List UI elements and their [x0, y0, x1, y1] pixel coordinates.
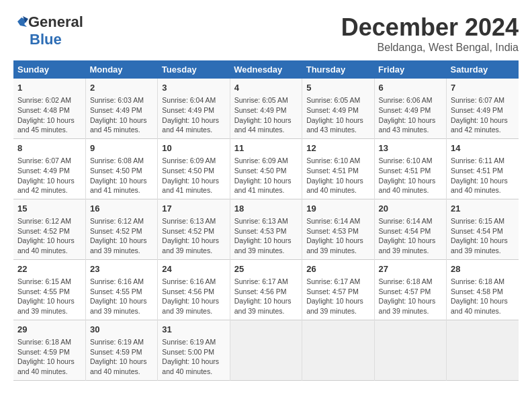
day-info: Sunrise: 6:12 AMSunset: 4:52 PMDaylight:… [17, 216, 81, 256]
day-number: 1 [17, 82, 81, 94]
location-title: Beldanga, West Bengal, India [341, 42, 519, 54]
day-info: Sunrise: 6:19 AMSunset: 5:00 PMDaylight:… [162, 337, 225, 377]
col-thursday: Thursday [302, 60, 374, 79]
calendar-cell: 23Sunrise: 6:16 AMSunset: 4:55 PMDayligh… [85, 259, 157, 320]
calendar-week-3: 15Sunrise: 6:12 AMSunset: 4:52 PMDayligh… [13, 199, 519, 259]
day-number: 3 [162, 82, 225, 94]
day-number: 8 [17, 142, 81, 154]
calendar-cell: 6Sunrise: 6:06 AMSunset: 4:49 PMDaylight… [374, 79, 446, 138]
calendar-cell: 31Sunrise: 6:19 AMSunset: 5:00 PMDayligh… [158, 320, 230, 380]
day-info: Sunrise: 6:14 AMSunset: 4:54 PMDaylight:… [379, 216, 442, 256]
logo: General Blue [13, 13, 83, 48]
calendar-cell: 1Sunrise: 6:02 AMSunset: 4:48 PMDaylight… [13, 79, 85, 138]
calendar-cell: 3Sunrise: 6:04 AMSunset: 4:49 PMDaylight… [158, 79, 230, 138]
logo-general: General [28, 13, 83, 31]
day-number: 22 [17, 263, 81, 275]
day-number: 12 [306, 142, 369, 154]
calendar-cell: 24Sunrise: 6:16 AMSunset: 4:56 PMDayligh… [158, 259, 230, 320]
day-info: Sunrise: 6:18 AMSunset: 4:58 PMDaylight:… [451, 277, 515, 316]
calendar-cell [374, 320, 446, 380]
calendar-cell: 13Sunrise: 6:10 AMSunset: 4:51 PMDayligh… [374, 138, 446, 199]
calendar-cell: 26Sunrise: 6:17 AMSunset: 4:57 PMDayligh… [302, 259, 374, 320]
day-info: Sunrise: 6:03 AMSunset: 4:49 PMDaylight:… [90, 95, 153, 135]
logo-icon [13, 15, 28, 30]
day-info: Sunrise: 6:09 AMSunset: 4:50 PMDaylight:… [162, 156, 225, 195]
day-number: 20 [379, 203, 442, 215]
calendar-cell: 25Sunrise: 6:17 AMSunset: 4:56 PMDayligh… [230, 259, 302, 320]
day-number: 4 [234, 82, 298, 94]
calendar-cell: 5Sunrise: 6:05 AMSunset: 4:49 PMDaylight… [302, 79, 374, 138]
calendar-cell: 18Sunrise: 6:13 AMSunset: 4:53 PMDayligh… [230, 199, 302, 259]
day-number: 15 [17, 203, 81, 215]
calendar-cell: 19Sunrise: 6:14 AMSunset: 4:53 PMDayligh… [302, 199, 374, 259]
col-saturday: Saturday [447, 60, 519, 79]
day-number: 17 [162, 203, 225, 215]
day-info: Sunrise: 6:09 AMSunset: 4:50 PMDaylight:… [234, 156, 298, 195]
day-info: Sunrise: 6:05 AMSunset: 4:49 PMDaylight:… [234, 95, 298, 135]
col-friday: Friday [374, 60, 446, 79]
col-tuesday: Tuesday [158, 60, 230, 79]
day-info: Sunrise: 6:05 AMSunset: 4:49 PMDaylight:… [306, 95, 369, 135]
day-info: Sunrise: 6:13 AMSunset: 4:52 PMDaylight:… [162, 216, 225, 256]
calendar-cell: 20Sunrise: 6:14 AMSunset: 4:54 PMDayligh… [374, 199, 446, 259]
col-wednesday: Wednesday [230, 60, 302, 79]
calendar-table: Sunday Monday Tuesday Wednesday Thursday… [13, 60, 519, 381]
col-monday: Monday [85, 60, 157, 79]
calendar-week-4: 22Sunrise: 6:15 AMSunset: 4:55 PMDayligh… [13, 259, 519, 320]
day-number: 18 [234, 203, 298, 215]
logo-blue: Blue [30, 31, 62, 48]
day-info: Sunrise: 6:12 AMSunset: 4:52 PMDaylight:… [90, 216, 153, 256]
day-info: Sunrise: 6:08 AMSunset: 4:50 PMDaylight:… [90, 156, 153, 195]
day-info: Sunrise: 6:17 AMSunset: 4:56 PMDaylight:… [234, 277, 298, 316]
day-number: 19 [306, 203, 369, 215]
day-number: 28 [451, 263, 515, 275]
day-number: 11 [234, 142, 298, 154]
calendar-cell: 29Sunrise: 6:18 AMSunset: 4:59 PMDayligh… [13, 320, 85, 380]
day-info: Sunrise: 6:14 AMSunset: 4:53 PMDaylight:… [306, 216, 369, 256]
day-info: Sunrise: 6:10 AMSunset: 4:51 PMDaylight:… [306, 156, 369, 195]
calendar-cell: 7Sunrise: 6:07 AMSunset: 4:49 PMDaylight… [447, 79, 519, 138]
day-number: 9 [90, 142, 153, 154]
calendar-cell: 16Sunrise: 6:12 AMSunset: 4:52 PMDayligh… [85, 199, 157, 259]
day-number: 27 [379, 263, 442, 275]
title-area: December 2024 Beldanga, West Bengal, Ind… [341, 13, 519, 54]
day-info: Sunrise: 6:13 AMSunset: 4:53 PMDaylight:… [234, 216, 298, 256]
day-number: 21 [451, 203, 515, 215]
day-info: Sunrise: 6:11 AMSunset: 4:51 PMDaylight:… [451, 156, 515, 195]
calendar-cell [302, 320, 374, 380]
day-info: Sunrise: 6:10 AMSunset: 4:51 PMDaylight:… [379, 156, 442, 195]
day-number: 6 [379, 82, 442, 94]
day-info: Sunrise: 6:17 AMSunset: 4:57 PMDaylight:… [306, 277, 369, 316]
day-info: Sunrise: 6:04 AMSunset: 4:49 PMDaylight:… [162, 95, 225, 135]
day-number: 2 [90, 82, 153, 94]
day-number: 7 [451, 82, 515, 94]
day-number: 23 [90, 263, 153, 275]
day-info: Sunrise: 6:18 AMSunset: 4:59 PMDaylight:… [17, 337, 81, 377]
day-info: Sunrise: 6:16 AMSunset: 4:56 PMDaylight:… [162, 277, 225, 316]
day-info: Sunrise: 6:02 AMSunset: 4:48 PMDaylight:… [17, 95, 81, 135]
day-info: Sunrise: 6:16 AMSunset: 4:55 PMDaylight:… [90, 277, 153, 316]
calendar-cell: 9Sunrise: 6:08 AMSunset: 4:50 PMDaylight… [85, 138, 157, 199]
col-sunday: Sunday [13, 60, 85, 79]
day-info: Sunrise: 6:15 AMSunset: 4:54 PMDaylight:… [451, 216, 515, 256]
day-number: 26 [306, 263, 369, 275]
day-number: 29 [17, 324, 81, 336]
day-info: Sunrise: 6:15 AMSunset: 4:55 PMDaylight:… [17, 277, 81, 316]
calendar-week-5: 29Sunrise: 6:18 AMSunset: 4:59 PMDayligh… [13, 320, 519, 380]
day-info: Sunrise: 6:07 AMSunset: 4:49 PMDaylight:… [17, 156, 81, 195]
calendar-cell: 17Sunrise: 6:13 AMSunset: 4:52 PMDayligh… [158, 199, 230, 259]
calendar-cell: 11Sunrise: 6:09 AMSunset: 4:50 PMDayligh… [230, 138, 302, 199]
calendar-cell: 21Sunrise: 6:15 AMSunset: 4:54 PMDayligh… [447, 199, 519, 259]
calendar-cell: 27Sunrise: 6:18 AMSunset: 4:57 PMDayligh… [374, 259, 446, 320]
calendar-cell: 12Sunrise: 6:10 AMSunset: 4:51 PMDayligh… [302, 138, 374, 199]
day-number: 16 [90, 203, 153, 215]
header-row: Sunday Monday Tuesday Wednesday Thursday… [13, 60, 519, 79]
day-number: 31 [162, 324, 225, 336]
day-number: 10 [162, 142, 225, 154]
page-header: General Blue December 2024 Beldanga, Wes… [13, 13, 519, 54]
calendar-week-1: 1Sunrise: 6:02 AMSunset: 4:48 PMDaylight… [13, 79, 519, 138]
calendar-cell: 4Sunrise: 6:05 AMSunset: 4:49 PMDaylight… [230, 79, 302, 138]
calendar-cell: 8Sunrise: 6:07 AMSunset: 4:49 PMDaylight… [13, 138, 85, 199]
day-info: Sunrise: 6:19 AMSunset: 4:59 PMDaylight:… [90, 337, 153, 377]
day-number: 14 [451, 142, 515, 154]
